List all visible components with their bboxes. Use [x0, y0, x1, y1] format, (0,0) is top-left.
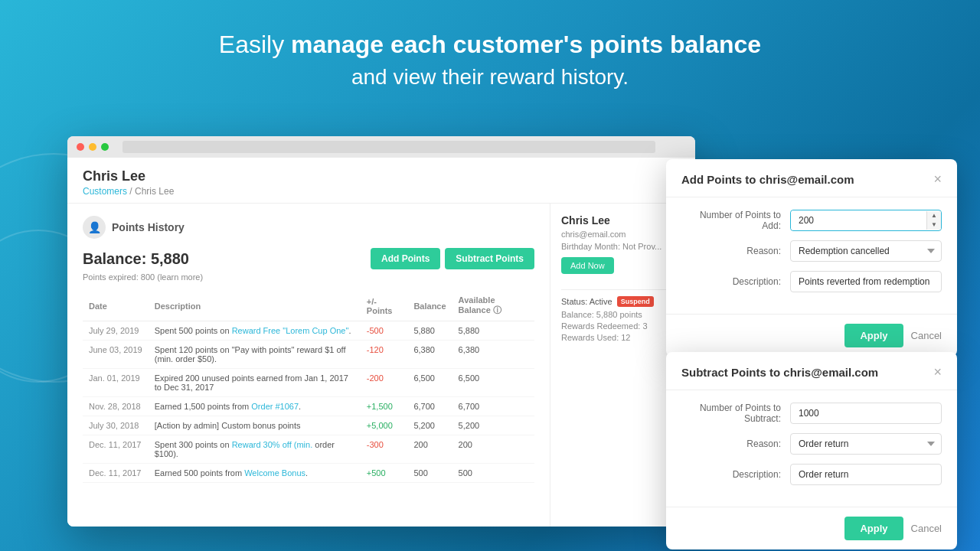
cell-description: Earned 500 points from Welcome Bonus.	[149, 464, 361, 483]
cell-balance: 6,380	[407, 341, 452, 369]
subtract-modal-body: Number of Points to Subtract: Reason: Or…	[666, 390, 957, 507]
panel-header: 👤 Points History	[83, 216, 534, 239]
cell-description: Spent 500 points on Reward Free "Lorem C…	[149, 321, 361, 341]
add-modal-header: Add Points to chris@email.com ×	[666, 159, 957, 197]
subtract-cancel-button[interactable]: Cancel	[911, 517, 942, 540]
points-expired: Points expired: 800 (learn more)	[83, 272, 534, 282]
cell-balance: 500	[407, 464, 452, 483]
cell-points: -200	[361, 369, 408, 397]
add-reason-select[interactable]: Redemption cancelled Order adjustment Bo…	[790, 240, 942, 262]
balance-amount: Balance: 5,880	[83, 250, 189, 268]
add-cancel-button[interactable]: Cancel	[911, 324, 942, 347]
cell-description: Earned 1,500 points from Order #1067.	[149, 397, 361, 416]
table-row: Nov. 28, 2018 Earned 1,500 points from O…	[83, 397, 534, 416]
col-date: Date	[83, 291, 149, 321]
cell-date: June 03, 2019	[83, 341, 149, 369]
cell-description: Spent 120 points on "Pay with points" re…	[149, 341, 361, 369]
cell-balance: 5,880	[407, 321, 452, 341]
subtract-reason-select[interactable]: Order return Redemption cancelled Adjust…	[790, 433, 942, 455]
table-row: Dec. 11, 2017 Spent 300 points on Reward…	[83, 435, 534, 464]
subtract-points-label: Number of Points to Subtract:	[681, 403, 781, 424]
person-icon: 👤	[83, 216, 106, 239]
browser-content: Chris Lee Customers / Chris Lee 👤 Points…	[67, 158, 695, 527]
cell-date: Dec. 11, 2017	[83, 464, 149, 483]
cell-balance: 5,200	[407, 416, 452, 435]
add-now-button[interactable]: Add Now	[561, 257, 614, 274]
cell-available: 5,200	[452, 416, 534, 435]
cell-points: +5,000	[361, 416, 408, 435]
hero-section: Easily manage each customer's points bal…	[0, 0, 980, 90]
add-points-button[interactable]: Add Points	[371, 248, 440, 269]
cell-date: July 29, 2019	[83, 321, 149, 341]
cell-date: Nov. 28, 2018	[83, 397, 149, 416]
add-modal-footer: Apply Cancel	[666, 314, 957, 357]
subtract-description-input[interactable]	[790, 464, 942, 485]
add-description-field-row: Description:	[681, 271, 942, 292]
col-available: Available Balance ⓘ	[452, 291, 534, 321]
cell-available: 6,500	[452, 369, 534, 397]
suspend-badge[interactable]: Suspend	[617, 296, 654, 307]
subtract-reason-label: Reason:	[681, 439, 781, 449]
cell-points: -120	[361, 341, 408, 369]
add-description-label: Description:	[681, 276, 781, 287]
points-panel: 👤 Points History Balance: 5,880 Add Poin…	[67, 204, 550, 527]
add-points-input-wrapper: ▲ ▼	[790, 210, 942, 231]
add-points-field-row: Number of Points to Add: ▲ ▼	[681, 210, 942, 231]
page-title: Chris Lee	[83, 168, 680, 184]
table-row: Jan. 01, 2019 Expired 200 unused points …	[83, 369, 534, 397]
status-text: Status: Active	[561, 297, 612, 306]
cell-available: 200	[452, 435, 534, 464]
cell-points: +500	[361, 464, 408, 483]
add-apply-button[interactable]: Apply	[844, 324, 903, 347]
cell-available: 6,380	[452, 341, 534, 369]
browser-dot-red	[77, 143, 84, 151]
add-description-input[interactable]	[790, 271, 942, 292]
action-buttons: Add Points Subtract Points	[371, 248, 534, 269]
subtract-reason-field-row: Reason: Order return Redemption cancelle…	[681, 433, 942, 455]
table-row: July 29, 2019 Spent 500 points on Reward…	[83, 321, 534, 341]
add-reason-field-row: Reason: Redemption cancelled Order adjus…	[681, 240, 942, 262]
spin-down[interactable]: ▼	[927, 220, 941, 230]
browser-address-bar	[122, 141, 655, 153]
subtract-modal-close[interactable]: ×	[933, 364, 942, 380]
hero-line2: and view their reward history.	[0, 65, 980, 90]
add-modal-body: Number of Points to Add: ▲ ▼ Reason: Red…	[666, 197, 957, 314]
subtract-points-button[interactable]: Subtract Points	[445, 248, 534, 269]
table-row: Dec. 11, 2017 Earned 500 points from Wel…	[83, 464, 534, 483]
breadcrumb-current: Chris Lee	[135, 186, 174, 197]
col-balance: Balance	[407, 291, 452, 321]
breadcrumb-separator: /	[127, 186, 135, 197]
cell-description: Spent 300 points on Reward 30% off (min.…	[149, 435, 361, 464]
cell-date: Dec. 11, 2017	[83, 435, 149, 464]
subtract-points-input[interactable]	[790, 403, 942, 424]
page-header: Chris Lee Customers / Chris Lee	[67, 158, 695, 204]
main-content: 👤 Points History Balance: 5,880 Add Poin…	[67, 204, 695, 527]
add-modal-close[interactable]: ×	[933, 171, 942, 187]
cell-description: [Action by admin] Custom bonus points	[149, 416, 361, 435]
cell-balance: 6,500	[407, 369, 452, 397]
add-points-input[interactable]	[791, 210, 926, 230]
breadcrumb-parent[interactable]: Customers	[83, 186, 127, 197]
cell-balance: 200	[407, 435, 452, 464]
browser-titlebar	[67, 136, 695, 158]
cell-balance: 6,700	[407, 397, 452, 416]
col-description: Description	[149, 291, 361, 321]
panel-title: Points History	[112, 221, 185, 233]
browser-dot-green	[101, 143, 109, 151]
cell-date: Jan. 01, 2019	[83, 369, 149, 397]
browser-dot-yellow	[89, 143, 96, 151]
cell-points: -500	[361, 321, 408, 341]
col-points: +/- Points	[361, 291, 408, 321]
spin-buttons: ▲ ▼	[926, 211, 941, 230]
table-row: June 03, 2019 Spent 120 points on "Pay w…	[83, 341, 534, 369]
subtract-modal-header: Subtract Points to chris@email.com ×	[666, 352, 957, 390]
subtract-modal-footer: Apply Cancel	[666, 507, 957, 549]
spin-up[interactable]: ▲	[927, 211, 941, 220]
cell-description: Expired 200 unused points earned from Ja…	[149, 369, 361, 397]
subtract-apply-button[interactable]: Apply	[844, 517, 903, 540]
cell-points: +1,500	[361, 397, 408, 416]
cell-available: 6,700	[452, 397, 534, 416]
hero-line1-bold: manage each customer's points balance	[291, 31, 761, 58]
table-row: July 30, 2018 [Action by admin] Custom b…	[83, 416, 534, 435]
hero-line1-normal: Easily	[219, 31, 291, 58]
